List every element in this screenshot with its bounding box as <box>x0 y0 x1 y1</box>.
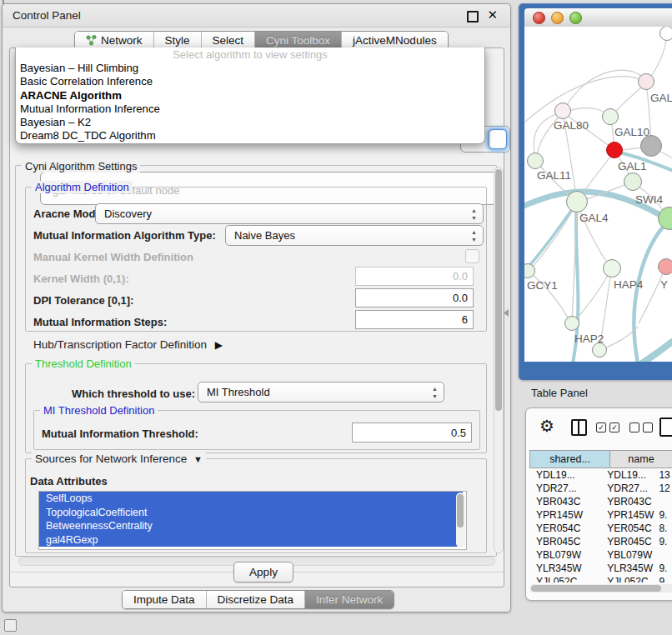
algorithm-option-mutual-information-inference[interactable]: Mutual Information Inference <box>16 102 484 116</box>
apply-button[interactable]: Apply <box>233 562 293 582</box>
tab-discretize-data[interactable]: Discretize Data <box>206 591 305 608</box>
table-cell[interactable]: 9. <box>655 508 672 522</box>
tab-cyni-toolbox[interactable]: Cyni Toolbox <box>254 32 341 49</box>
table-cell[interactable]: 12 <box>655 482 672 495</box>
data-attributes-list[interactable]: SelfLoopsTopologicalCoefficientBetweenne… <box>38 491 467 550</box>
network-window-titlebar[interactable] <box>524 8 672 28</box>
network-node-gal4[interactable] <box>566 191 588 212</box>
algorithm-option-dream8-dc-tdc-algorithm[interactable]: Dream8 DC_TDC Algorithm <box>16 129 484 142</box>
attributes-scrollbar-thumb[interactable] <box>457 494 464 528</box>
table-cell[interactable]: 13 <box>655 468 672 482</box>
table-cell[interactable]: YBR043C <box>600 495 655 508</box>
table-cell[interactable]: YBR045C <box>600 535 655 548</box>
minimized-panel-icon[interactable] <box>4 619 17 632</box>
table-cell[interactable]: 9. <box>655 535 672 548</box>
table-row[interactable]: YBR045CYBR045C9. <box>529 535 672 548</box>
columns-icon[interactable] <box>571 419 587 436</box>
table-cell[interactable] <box>655 495 672 508</box>
network-node[interactable] <box>592 342 607 358</box>
table-cell[interactable]: YDL19... <box>600 468 655 482</box>
select-all-checkbox-icon[interactable]: ✓ <box>609 422 619 432</box>
table-cell[interactable]: YJL052C <box>600 575 655 582</box>
table-scrollbar-thumb[interactable] <box>531 585 661 592</box>
table-cell[interactable]: YDR27... <box>600 482 655 495</box>
expanded-arrow-icon[interactable]: ▼ <box>193 454 203 464</box>
table-cell[interactable]: YJL052C <box>529 575 600 582</box>
network-canvas[interactable]: GALGAL80GAL10GAL1GAL11SWI4GAL4GCY1HAP4YH… <box>524 27 672 362</box>
deselect-all-checkbox-icon[interactable] <box>643 422 653 432</box>
dpi-tolerance-field[interactable]: 0.0 <box>355 288 474 308</box>
table-cell[interactable]: YLR345W <box>529 562 600 575</box>
gear-icon[interactable]: ⚙ <box>539 417 554 435</box>
table-cell[interactable]: YBL079W <box>529 548 600 562</box>
network-node-gal1[interactable] <box>606 142 623 158</box>
table-row[interactable]: YPR145WYPR145W9. <box>529 508 672 522</box>
network-node-y[interactable] <box>658 258 672 275</box>
network-node-gal80[interactable] <box>554 102 571 119</box>
table-row[interactable]: YER054CYER054C8. <box>529 522 672 535</box>
attribute-item-topologicalcoefficient[interactable]: TopologicalCoefficient <box>39 506 463 520</box>
export-table-icon[interactable] <box>659 418 672 437</box>
network-node-swi4[interactable] <box>624 172 642 191</box>
table-cell[interactable]: YBL079W <box>600 548 655 562</box>
control-panel-titlebar[interactable]: Control Panel ✕ <box>3 4 510 28</box>
manual-kernel-width-checkbox[interactable] <box>465 249 479 263</box>
algorithm-option-aracne-algorithm[interactable]: ARACNE Algorithm <box>16 89 484 102</box>
table-row[interactable]: YBR043CYBR043C <box>529 495 672 508</box>
network-node-hap4[interactable] <box>603 259 621 278</box>
table-row[interactable]: YDR27...YDR27...12 <box>529 482 672 495</box>
table-cell[interactable]: YER054C <box>529 522 600 535</box>
table-cell[interactable]: YPR145W <box>529 508 600 522</box>
combobox-arrow-button[interactable] <box>489 129 507 149</box>
table-cell[interactable]: YBR045C <box>529 535 600 548</box>
table-row[interactable]: YLR345WYLR345W9. <box>529 562 672 575</box>
network-node[interactable] <box>659 27 672 41</box>
mi-steps-field[interactable]: 6 <box>355 310 474 329</box>
table-cell[interactable]: 8. <box>655 522 672 535</box>
column-header-name[interactable]: name <box>610 450 672 468</box>
table-cell[interactable]: YDR27... <box>529 482 600 495</box>
minimize-window-icon[interactable] <box>551 12 564 24</box>
close-window-icon[interactable] <box>533 12 545 24</box>
algorithm-option-bayesian-hill-climbing[interactable]: Bayesian – Hill Climbing <box>16 62 484 75</box>
tab-network[interactable]: Network <box>75 32 153 49</box>
table-row[interactable]: YBL079WYBL079W <box>529 548 672 562</box>
mi-algorithm-type-combobox[interactable]: Naive Bayes ▲▼ <box>225 225 484 246</box>
table-cell[interactable]: 9. <box>655 575 672 582</box>
zoom-window-icon[interactable] <box>569 12 582 24</box>
algorithm-option-basic-correlation-inference[interactable]: Basic Correlation Inference <box>16 75 484 88</box>
tab-infer-network[interactable]: Infer Network <box>304 591 394 608</box>
table-row[interactable]: YDL19...YDL19...13 <box>529 468 672 482</box>
table-cell[interactable]: YDL19... <box>529 468 600 482</box>
settings-scrollbar-thumb[interactable] <box>495 169 502 411</box>
which-threshold-combobox[interactable]: MI Threshold ▲▼ <box>198 382 444 402</box>
mi-threshold-field[interactable]: 0.5 <box>352 422 472 442</box>
column-header-shared[interactable]: shared... <box>529 450 610 468</box>
table-cell[interactable] <box>655 548 672 562</box>
tab-jactivemnodules[interactable]: jActiveMNodules <box>341 32 448 49</box>
table-row[interactable]: YJL052CYJL052C9. <box>529 575 672 582</box>
tab-select[interactable]: Select <box>201 32 255 49</box>
network-node-hap2[interactable] <box>564 316 579 331</box>
table-cell[interactable]: YER054C <box>600 522 655 535</box>
network-node-gal[interactable] <box>638 73 654 90</box>
collapsed-arrow-icon[interactable]: ▶ <box>215 339 223 351</box>
tab-style[interactable]: Style <box>153 32 201 49</box>
attribute-item-betweennesscentrality[interactable]: BetweennessCentrality <box>39 519 463 533</box>
hub-definition-toggle[interactable]: Hub/Transcription Factor Definition ▶ <box>33 338 223 351</box>
attributes-scrollbar[interactable] <box>456 492 465 548</box>
table-cell[interactable]: 9. <box>655 562 672 575</box>
float-window-icon[interactable] <box>467 11 479 22</box>
table-horizontal-scrollbar[interactable] <box>529 584 672 592</box>
attribute-item-selfloops[interactable]: SelfLoops <box>39 492 463 506</box>
network-node-gal11[interactable] <box>527 152 544 169</box>
deselect-all-checkbox-icon[interactable] <box>629 422 639 432</box>
close-icon[interactable]: ✕ <box>487 8 498 22</box>
table-cell[interactable]: YBR043C <box>529 495 600 508</box>
settings-vertical-scrollbar[interactable] <box>494 167 504 553</box>
attribute-item-gal4rgexp[interactable]: gal4RGexp <box>39 533 463 548</box>
select-all-checkbox-icon[interactable]: ✓ <box>596 422 606 432</box>
network-node[interactable] <box>640 135 662 157</box>
sources-group-title[interactable]: Sources for Network Inference ▼ <box>32 452 206 465</box>
algorithm-option-bayesian-k2[interactable]: Bayesian – K2 <box>16 116 484 129</box>
